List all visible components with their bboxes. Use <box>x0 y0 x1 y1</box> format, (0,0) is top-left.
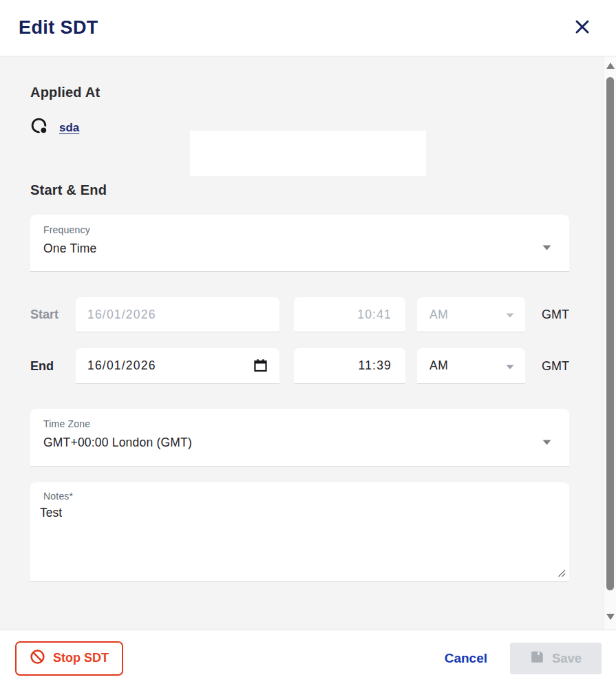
end-row: End 16/01/2026 11:39 AM <box>30 348 569 384</box>
dialog-body: Applied At sda Start & End Frequency One… <box>0 56 616 630</box>
timezone-label: Time Zone <box>43 418 538 429</box>
chevron-down-icon <box>542 241 551 253</box>
applied-at-heading: Applied At <box>30 85 569 100</box>
end-date-value: 16/01/2026 <box>87 358 156 373</box>
start-date-value: 16/01/2026 <box>87 308 156 322</box>
empty-popup <box>190 131 426 176</box>
dialog-title: Edit SDT <box>19 17 98 39</box>
start-time-value: 10:41 <box>357 308 392 322</box>
end-label: End <box>30 359 76 374</box>
notes-label: Notes* <box>40 491 560 502</box>
chevron-down-icon <box>506 308 514 321</box>
calendar-icon[interactable] <box>253 358 268 374</box>
chevron-down-icon <box>506 360 514 372</box>
dialog-footer: Stop SDT Cancel Save <box>0 630 616 686</box>
floppy-disk-icon <box>530 650 544 667</box>
end-time-field[interactable]: 11:39 <box>294 348 405 384</box>
start-row: Start 16/01/2026 10:41 AM GMT <box>30 297 569 332</box>
frequency-value: One Time <box>43 242 538 256</box>
dialog-header: Edit SDT <box>0 0 616 56</box>
close-button[interactable] <box>571 17 593 39</box>
start-timezone-abbr: GMT <box>542 308 569 322</box>
end-meridiem-value: AM <box>429 358 448 373</box>
edit-sdt-dialog: Edit SDT Applied At sda Start & End <box>0 0 616 686</box>
start-meridiem-select: AM <box>417 297 525 332</box>
notes-textarea[interactable]: Test <box>40 506 560 571</box>
stop-sdt-button[interactable]: Stop SDT <box>15 641 123 676</box>
save-label: Save <box>552 651 582 666</box>
footer-actions: Cancel Save <box>445 643 602 674</box>
prohibition-icon <box>30 649 45 668</box>
timezone-value: GMT+00:00 London (GMT) <box>43 436 538 450</box>
cancel-button[interactable]: Cancel <box>445 651 487 666</box>
start-end-heading: Start & End <box>30 182 569 198</box>
notes-card: Notes* Test <box>30 482 569 582</box>
scrollbar-track[interactable] <box>604 56 616 630</box>
stop-sdt-label: Stop SDT <box>53 651 109 665</box>
start-label: Start <box>30 308 76 322</box>
scrollbar-up-arrow[interactable] <box>606 63 615 69</box>
end-time-value: 11:39 <box>359 358 392 373</box>
end-meridiem-select[interactable]: AM <box>417 348 525 384</box>
start-date-field: 16/01/2026 <box>76 297 279 332</box>
scrollbar-down-arrow[interactable] <box>606 614 615 620</box>
close-icon <box>574 19 591 37</box>
end-date-field[interactable]: 16/01/2026 <box>76 348 279 384</box>
frequency-label: Frequency <box>43 224 538 235</box>
resource-link[interactable]: sda <box>59 121 79 135</box>
service-icon <box>30 117 49 138</box>
start-meridiem-value: AM <box>429 308 448 322</box>
scrollbar-thumb[interactable] <box>606 77 614 590</box>
timezone-select[interactable]: Time Zone GMT+00:00 London (GMT) <box>30 409 569 467</box>
resize-grip-icon[interactable] <box>557 569 566 577</box>
start-time-field: 10:41 <box>294 297 405 332</box>
chevron-down-icon <box>542 436 551 448</box>
end-timezone-abbr: GMT <box>542 359 569 374</box>
save-button: Save <box>510 643 602 674</box>
frequency-select[interactable]: Frequency One Time <box>30 215 569 272</box>
